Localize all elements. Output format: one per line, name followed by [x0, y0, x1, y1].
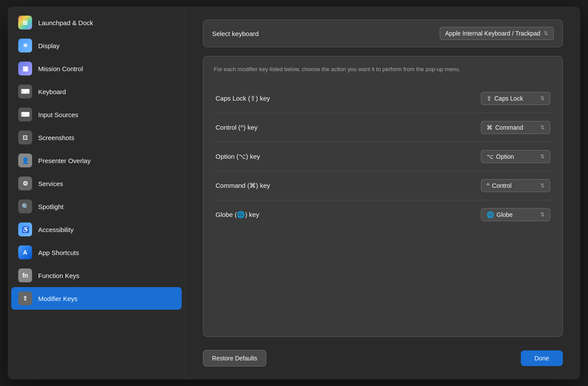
sidebar-item-services[interactable]: ⚙ Services — [11, 172, 182, 195]
app-shortcuts-icon: A — [18, 245, 32, 259]
screenshots-icon: ⊡ — [18, 131, 32, 144]
sidebar-label-spotlight: Spotlight — [38, 203, 63, 210]
bottom-bar: Restore Defaults Done — [203, 346, 563, 366]
modifier-chevron-icon-0: ⇅ — [540, 95, 545, 101]
modifier-keys-icon: ⇧ — [18, 291, 32, 305]
modifier-chevron-icon-1: ⇅ — [540, 124, 545, 131]
sidebar-label-modifier-keys: Modifier Keys — [38, 295, 78, 302]
modifier-key-label-0: Caps Lock (⇪) key — [216, 95, 270, 102]
sidebar-item-keyboard[interactable]: ⌨ Keyboard — [11, 80, 182, 103]
accessibility-icon: ♿ — [18, 222, 32, 236]
keyboard-icon: ⌨ — [18, 85, 32, 98]
modifier-value-text-2: Option — [496, 153, 514, 160]
modifier-value-icon-2: ⌥ — [487, 153, 493, 160]
modifier-value-icon-4: 🌐 — [487, 211, 494, 218]
modifier-value-text-1: Command — [495, 124, 523, 131]
modifier-key-label-3: Command (⌘) key — [216, 182, 270, 190]
modifier-value-content-0: ⇪ Caps Lock — [487, 95, 523, 102]
description-text: For each modifier key listed below, choo… — [214, 65, 552, 74]
modifier-value-content-3: ^ Control — [487, 182, 512, 189]
sidebar-item-presenter[interactable]: 👤 Presenter Overlay — [11, 149, 182, 172]
sidebar-item-spotlight[interactable]: 🔍 Spotlight — [11, 195, 182, 218]
spotlight-icon: 🔍 — [18, 200, 32, 213]
modifier-value-icon-3: ^ — [487, 182, 490, 189]
main-content: Select keyboard Apple Internal Keyboard … — [186, 7, 580, 379]
modifier-value-text-3: Control — [492, 182, 512, 189]
modifier-key-label-2: Option (⌥) key — [216, 153, 260, 160]
sidebar-item-display[interactable]: ☀ Display — [11, 34, 182, 57]
sidebar-item-modifier-keys[interactable]: ⇧ Modifier Keys — [11, 287, 182, 310]
modifier-key-label-1: Control (^) key — [216, 124, 258, 131]
sidebar-label-presenter: Presenter Overlay — [38, 157, 91, 164]
sidebar-label-launchpad: Launchpad & Dock — [38, 19, 93, 26]
modifier-row-3: Command (⌘) key ^ Control ⇅ — [214, 171, 552, 200]
sidebar-item-app-shortcuts[interactable]: A App Shortcuts — [11, 241, 182, 264]
modifier-row-2: Option (⌥) key ⌥ Option ⇅ — [214, 142, 552, 171]
modifier-row-4: Globe (🌐) key 🌐 Globe ⇅ — [214, 200, 552, 229]
sidebar-label-screenshots: Screenshots — [38, 134, 74, 141]
modifier-value-text-4: Globe — [497, 211, 513, 218]
services-icon: ⚙ — [18, 177, 32, 190]
done-button[interactable]: Done — [521, 350, 563, 366]
mission-icon: ▦ — [18, 62, 32, 75]
sidebar-label-services: Services — [38, 180, 63, 187]
display-icon: ☀ — [18, 39, 32, 52]
modifier-value-dropdown-1[interactable]: ⌘ Command ⇅ — [481, 121, 550, 134]
sidebar-item-mission[interactable]: ▦ Mission Control — [11, 57, 182, 80]
modifier-keys-panel: For each modifier key listed below, choo… — [203, 56, 563, 337]
sidebar-label-keyboard: Keyboard — [38, 88, 66, 95]
modifier-rows-container: Caps Lock (⇪) key ⇪ Caps Lock ⇅ Control … — [214, 84, 552, 229]
modifier-row-1: Control (^) key ⌘ Command ⇅ — [214, 113, 552, 142]
modifier-value-icon-1: ⌘ — [487, 124, 493, 131]
function-keys-icon: fn — [18, 268, 32, 282]
sidebar-label-input-sources: Input Sources — [38, 111, 78, 118]
launchpad-icon: ⊞ — [18, 16, 32, 29]
sidebar-item-launchpad[interactable]: ⊞ Launchpad & Dock — [11, 11, 182, 34]
sidebar-item-function-keys[interactable]: fn Function Keys — [11, 264, 182, 287]
modifier-value-content-4: 🌐 Globe — [487, 211, 513, 218]
sidebar: ⊞ Launchpad & Dock ☀ Display ▦ Mission C… — [8, 7, 186, 379]
modifier-chevron-icon-4: ⇅ — [540, 212, 545, 218]
sidebar-item-accessibility[interactable]: ♿ Accessibility — [11, 218, 182, 241]
modifier-value-dropdown-0[interactable]: ⇪ Caps Lock ⇅ — [481, 92, 550, 105]
input-sources-icon: ⌨ — [18, 108, 32, 121]
modifier-value-dropdown-2[interactable]: ⌥ Option ⇅ — [481, 150, 550, 163]
modifier-value-content-1: ⌘ Command — [487, 124, 523, 131]
modifier-value-dropdown-4[interactable]: 🌐 Globe ⇅ — [481, 208, 550, 221]
keyboard-selector-row: Select keyboard Apple Internal Keyboard … — [203, 20, 563, 47]
modifier-value-dropdown-3[interactable]: ^ Control ⇅ — [481, 179, 550, 192]
sidebar-label-app-shortcuts: App Shortcuts — [38, 249, 79, 256]
presenter-icon: 👤 — [18, 154, 32, 167]
keyboard-value: Apple Internal Keyboard / Trackpad — [445, 30, 540, 37]
modifier-value-text-0: Caps Lock — [494, 95, 523, 102]
modifier-value-icon-0: ⇪ — [487, 95, 492, 102]
keyboard-chevron-icon: ⇅ — [544, 30, 548, 36]
sidebar-label-function-keys: Function Keys — [38, 272, 79, 279]
modifier-chevron-icon-3: ⇅ — [540, 183, 545, 189]
sidebar-item-screenshots[interactable]: ⊡ Screenshots — [11, 126, 182, 149]
modifier-row-0: Caps Lock (⇪) key ⇪ Caps Lock ⇅ — [214, 84, 552, 113]
keyboard-dropdown[interactable]: Apple Internal Keyboard / Trackpad ⇅ — [440, 27, 554, 40]
sidebar-item-input-sources[interactable]: ⌨ Input Sources — [11, 103, 182, 126]
restore-defaults-button[interactable]: Restore Defaults — [203, 350, 266, 366]
modifier-chevron-icon-2: ⇅ — [540, 154, 545, 160]
keyboard-selector-label: Select keyboard — [212, 30, 259, 37]
sidebar-label-accessibility: Accessibility — [38, 226, 74, 233]
sidebar-label-mission: Mission Control — [38, 65, 83, 72]
modifier-key-label-4: Globe (🌐) key — [216, 211, 259, 219]
sidebar-label-display: Display — [38, 42, 59, 49]
modifier-value-content-2: ⌥ Option — [487, 153, 514, 160]
